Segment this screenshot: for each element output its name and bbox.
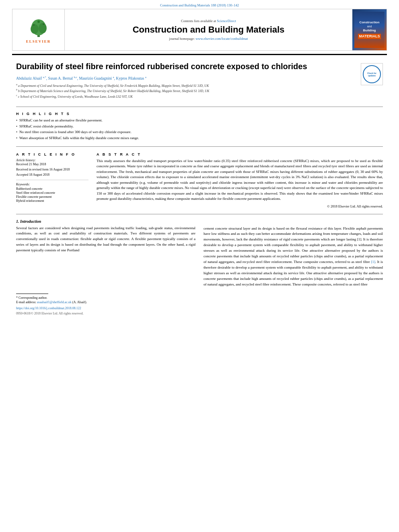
check-updates-text: Check for updates xyxy=(367,72,376,77)
journal-reference: Construction and Building Materials 188 … xyxy=(0,0,399,9)
authors-text: Abdulaziz Alsaif a,*, Susan A. Bernal b,… xyxy=(16,76,146,80)
highlight-item-4: Water absorption of SFRRuC falls within … xyxy=(16,136,383,141)
abstract-text: This study assesses the durability and t… xyxy=(97,158,383,202)
journal-homepage: journal homepage: www.elsevier.com/locat… xyxy=(169,37,248,41)
article-header: Durability of steel fibre reinforced rub… xyxy=(0,55,399,104)
highlight-item-1: SFRRuC can be used as an alternative fle… xyxy=(16,118,383,123)
email-link[interactable]: asaalsaif1@sheffield.ac.uk xyxy=(37,300,72,304)
authors-line: Abdulaziz Alsaif a,*, Susan A. Bernal b,… xyxy=(16,76,356,80)
journal-badge-text: Construction and Building MATERIALS xyxy=(358,21,381,39)
intro-text-col2: cement concrete structural layer and its… xyxy=(204,226,383,288)
check-updates-badge: Check for updates xyxy=(361,63,383,85)
elsevier-logo: ELSEVIER xyxy=(26,16,51,43)
body-intro-section: 1. Introduction Several factors are cons… xyxy=(0,217,399,292)
received-date: Received 21 May 2018 xyxy=(16,162,88,166)
article-title: Durability of steel fibre reinforced rub… xyxy=(16,61,356,72)
keywords-label: Keywords: xyxy=(16,183,88,186)
highlights-section: H I G H L I G H T S SFRRuC can be used a… xyxy=(0,109,399,144)
sciencedirect-line: Contents lists available at ScienceDirec… xyxy=(181,19,236,23)
article-info-col: A R T I C L E I N F O Article history: R… xyxy=(16,152,88,208)
affiliations: a a Department of Civil and Structural E… xyxy=(16,83,356,99)
check-updates-inner: Check for updates xyxy=(363,65,381,83)
keyword-2: Steel fibre reinforced concrete xyxy=(16,191,88,195)
footnote-divider xyxy=(16,294,48,294)
abstract-col: A B S T R A C T This study assesses the … xyxy=(97,152,383,208)
journal-header-center: Contents lists available at ScienceDirec… xyxy=(65,9,352,50)
journal-ref-text: Construction and Building Materials 188 … xyxy=(160,3,239,7)
keyword-1: Rubberised concrete xyxy=(16,187,88,191)
journal-header: ELSEVIER Contents lists available at Sci… xyxy=(12,9,387,51)
intro-section-title: 1. Introduction xyxy=(16,219,195,224)
svg-point-2 xyxy=(31,24,39,34)
keywords-section: Keywords: Rubberised concrete Steel fibr… xyxy=(16,183,88,203)
journal-title: Construction and Building Materials xyxy=(133,25,285,35)
article-title-area: Durability of steel fibre reinforced rub… xyxy=(16,61,356,101)
svg-point-6 xyxy=(37,21,40,23)
elsevier-wordmark: ELSEVIER xyxy=(26,39,51,43)
reference-link-1[interactable]: [1] xyxy=(371,260,375,264)
corresponding-author-note: * Corresponding author. xyxy=(16,296,383,300)
doi-link[interactable]: https://doi.org/10.1016/j.conbuildmat.20… xyxy=(16,306,81,310)
keyword-3: Flexible concrete pavement xyxy=(16,195,88,199)
divider-2 xyxy=(16,146,383,147)
revised-date: Received in revised form 16 August 2018 xyxy=(16,168,88,171)
history-label: Article history: xyxy=(16,158,88,162)
article-history: Article history: Received 21 May 2018 Re… xyxy=(16,158,88,177)
journal-badge-area: Construction and Building MATERIALS xyxy=(352,9,387,50)
affiliation-b: b b Department of Materials Science and … xyxy=(16,89,209,93)
abstract-label: A B S T R A C T xyxy=(97,152,383,156)
body-col-left: 1. Introduction Several factors are cons… xyxy=(16,219,195,290)
info-divider xyxy=(16,180,88,180)
article-info-label: A R T I C L E I N F O xyxy=(16,152,88,156)
article-info-abstract: A R T I C L E I N F O Article history: R… xyxy=(0,149,399,212)
highlight-item-3: No steel fibre corrosion is found after … xyxy=(16,129,383,135)
journal-badge: Construction and Building MATERIALS xyxy=(354,12,385,48)
elsevier-tree-icon xyxy=(27,16,51,38)
body-col-right: cement concrete structural layer and its… xyxy=(204,219,383,290)
svg-point-3 xyxy=(39,23,47,33)
divider-3 xyxy=(16,214,383,214)
email-note: E-mail address: asaalsaif1@sheffield.ac.… xyxy=(16,300,383,304)
divider-1 xyxy=(16,107,383,107)
page: Construction and Building Materials 188 … xyxy=(0,0,399,532)
sciencedirect-link[interactable]: ScienceDirect xyxy=(217,19,236,23)
highlights-label: H I G H L I G H T S xyxy=(16,112,383,116)
highlight-item-2: SFRRuC resist chloride permeability. xyxy=(16,124,383,129)
svg-point-5 xyxy=(43,23,44,25)
accepted-date: Accepted 18 August 2018 xyxy=(16,173,88,177)
elsevier-logo-area: ELSEVIER xyxy=(12,9,65,50)
intro-text-col1: Several factors are considered when desi… xyxy=(16,226,195,254)
copyright-line: © 2018 Elsevier Ltd. All rights reserved… xyxy=(97,204,383,208)
svg-point-4 xyxy=(33,24,35,26)
affiliation-c: c c School of Civil Engineering, Univers… xyxy=(16,95,133,99)
issn-line: 0950-0618/© 2018 Elsevier Ltd. All right… xyxy=(0,312,399,318)
homepage-url[interactable]: www.elsevier.com/locate/conbuildmat xyxy=(195,37,248,41)
footnote-area: * Corresponding author. E-mail address: … xyxy=(0,295,399,306)
keyword-4: Hybrid reinforcement xyxy=(16,199,88,203)
affiliation-a: a a Department of Civil and Structural E… xyxy=(16,84,209,88)
doi-footer: https://doi.org/10.1016/j.conbuildmat.20… xyxy=(0,306,399,312)
